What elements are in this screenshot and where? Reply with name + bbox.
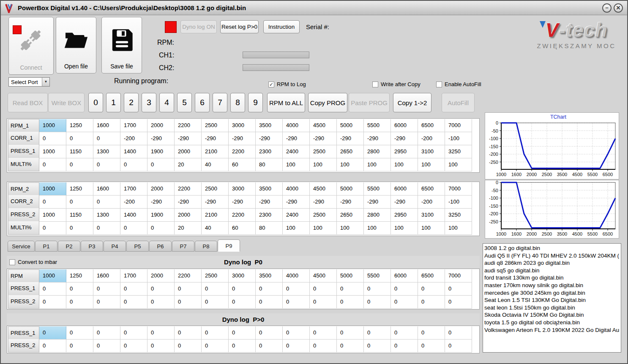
cell-PRESS_2-14[interactable]: 0 xyxy=(418,296,445,309)
file-list-item[interactable]: audi q8 286km 2023 go digital.bin xyxy=(484,259,621,267)
cell-PRESS_1-8[interactable]: 0 xyxy=(256,326,283,340)
cell-RPM_1-14[interactable]: 6500 xyxy=(418,119,445,132)
file-list-item[interactable]: Seat Leon 1.5 TSI 130KM Go Digital.bin xyxy=(484,296,621,304)
cell-PRESS_2-2[interactable]: 0 xyxy=(93,340,120,353)
cell-MULTI%-15[interactable]: 100 xyxy=(445,158,472,171)
cell-CORR_2-12[interactable]: -290 xyxy=(364,196,391,209)
cell-PRESS_2-11[interactable]: 0 xyxy=(337,340,364,353)
cell-RPM-13[interactable]: 6000 xyxy=(391,269,418,283)
cell-MULTI%-2[interactable]: 0 xyxy=(93,158,120,171)
cell-PRESS_1-5[interactable]: 0 xyxy=(175,326,202,340)
cell-PRESS_1-12[interactable]: 2800 xyxy=(364,145,391,158)
cell-MULTI%-7[interactable]: 60 xyxy=(229,158,256,171)
cell-PRESS_2-14[interactable]: 0 xyxy=(418,340,445,353)
cell-PRESS_2-5[interactable]: 0 xyxy=(175,340,202,353)
cell-PRESS_2-0[interactable]: 0 xyxy=(39,296,66,309)
dyno-log-on-button[interactable]: Dyno log ON xyxy=(180,20,217,33)
cell-CORR_1-13[interactable]: -290 xyxy=(391,132,418,145)
cell-MULTI%-7[interactable]: 60 xyxy=(229,222,256,235)
num-1-button[interactable]: 1 xyxy=(106,93,121,112)
cell-CORR_2-6[interactable]: -290 xyxy=(202,196,229,209)
num-0-button[interactable]: 0 xyxy=(88,93,103,112)
cell-CORR_2-2[interactable]: 0 xyxy=(93,196,120,209)
cell-PRESS_1-7[interactable]: 0 xyxy=(229,326,256,340)
cell-PRESS_1-8[interactable]: 2300 xyxy=(256,145,283,158)
cell-RPM_1-1[interactable]: 1250 xyxy=(66,119,93,132)
cell-PRESS_2-12[interactable]: 2800 xyxy=(364,209,391,222)
cell-RPM_2-3[interactable]: 1700 xyxy=(120,182,147,196)
cell-RPM_2-4[interactable]: 2000 xyxy=(147,182,175,196)
num-2-button[interactable]: 2 xyxy=(124,93,139,112)
cell-PRESS_1-1[interactable]: 0 xyxy=(66,326,93,340)
cell-PRESS_2-9[interactable]: 0 xyxy=(283,296,310,309)
cell-PRESS_2-1[interactable]: 0 xyxy=(66,340,93,353)
save-file-button[interactable]: Save file xyxy=(101,17,142,73)
cell-RPM-6[interactable]: 2500 xyxy=(202,269,229,283)
cell-PRESS_2-7[interactable]: 2200 xyxy=(229,209,256,222)
cell-PRESS_1-15[interactable]: 3250 xyxy=(445,145,472,158)
cell-PRESS_2-13[interactable]: 0 xyxy=(391,296,418,309)
cell-PRESS_2-13[interactable]: 2950 xyxy=(391,209,418,222)
num-4-button[interactable]: 4 xyxy=(159,93,174,112)
cell-RPM-0[interactable]: 1000 xyxy=(39,269,66,283)
cell-PRESS_1-2[interactable]: 1300 xyxy=(93,145,120,158)
cell-PRESS_2-3[interactable]: 0 xyxy=(120,296,147,309)
cell-RPM_2-2[interactable]: 1600 xyxy=(93,182,120,196)
cell-PRESS_1-7[interactable]: 2200 xyxy=(229,145,256,158)
cell-PRESS_2-3[interactable]: 1400 xyxy=(120,209,147,222)
cell-CORR_1-14[interactable]: -200 xyxy=(418,132,445,145)
copy-prog-button[interactable]: Copy PROG xyxy=(308,93,347,112)
cell-RPM_2-7[interactable]: 3000 xyxy=(229,182,256,196)
copy-1-to-2-button[interactable]: Copy 1->2 xyxy=(393,93,431,112)
cell-PRESS_1-14[interactable]: 0 xyxy=(418,283,445,296)
cell-CORR_2-1[interactable]: 0 xyxy=(66,196,93,209)
cell-RPM_1-5[interactable]: 2200 xyxy=(175,119,202,132)
cell-PRESS_2-6[interactable]: 2100 xyxy=(202,209,229,222)
cell-PRESS_1-9[interactable]: 0 xyxy=(283,326,310,340)
cell-MULTI%-0[interactable]: 0 xyxy=(39,222,66,235)
cell-PRESS_2-12[interactable]: 0 xyxy=(364,340,391,353)
cell-CORR_1-2[interactable]: 0 xyxy=(93,132,120,145)
cell-PRESS_1-2[interactable]: 0 xyxy=(93,283,120,296)
num-9-button[interactable]: 9 xyxy=(248,93,263,112)
cell-PRESS_1-6[interactable]: 2100 xyxy=(202,145,229,158)
cell-MULTI%-10[interactable]: 100 xyxy=(310,158,337,171)
tab-p9[interactable]: P9 xyxy=(218,239,240,252)
cell-RPM-15[interactable]: 7000 xyxy=(445,269,472,283)
file-list-item[interactable]: master 170km nowy silnik go digital.bin xyxy=(484,282,621,289)
file-list-item[interactable]: Skoda Octavia IV 150KM Go Digital.bin xyxy=(484,311,621,319)
cell-MULTI%-2[interactable]: 0 xyxy=(93,222,120,235)
cell-PRESS_1-3[interactable]: 0 xyxy=(120,326,147,340)
cell-MULTI%-11[interactable]: 100 xyxy=(337,222,364,235)
file-list-item[interactable]: Audi Q5 II (FY FL) 40 TDI MHEV 2.0 150kW… xyxy=(484,252,621,260)
cell-RPM_2-11[interactable]: 5000 xyxy=(337,182,364,196)
write-box-button[interactable]: Write BOX xyxy=(48,93,85,112)
tab-p8[interactable]: P8 xyxy=(195,241,217,252)
checkbox-check-icon[interactable]: ✓ xyxy=(268,81,274,87)
cell-PRESS_1-14[interactable]: 0 xyxy=(418,326,445,340)
cell-PRESS_1-11[interactable]: 2650 xyxy=(337,145,364,158)
cell-CORR_2-14[interactable]: -200 xyxy=(418,196,445,209)
cell-PRESS_1-12[interactable]: 0 xyxy=(364,283,391,296)
cell-RPM_2-8[interactable]: 3500 xyxy=(256,182,283,196)
cell-PRESS_2-15[interactable]: 0 xyxy=(445,296,472,309)
cell-CORR_2-15[interactable]: -100 xyxy=(445,196,472,209)
cell-CORR_1-15[interactable]: -100 xyxy=(445,132,472,145)
cell-CORR_2-9[interactable]: -290 xyxy=(283,196,310,209)
cell-PRESS_2-11[interactable]: 2650 xyxy=(337,209,364,222)
cell-RPM_1-6[interactable]: 2500 xyxy=(202,119,229,132)
cell-PRESS_1-11[interactable]: 0 xyxy=(337,326,364,340)
cell-RPM-4[interactable]: 2000 xyxy=(147,269,175,283)
cell-RPM_1-9[interactable]: 4000 xyxy=(283,119,310,132)
cell-RPM_2-6[interactable]: 2500 xyxy=(202,182,229,196)
cell-CORR_1-7[interactable]: -290 xyxy=(229,132,256,145)
num-6-button[interactable]: 6 xyxy=(195,93,210,112)
cell-CORR_2-11[interactable]: -290 xyxy=(337,196,364,209)
cell-CORR_2-8[interactable]: -290 xyxy=(256,196,283,209)
cell-RPM_2-13[interactable]: 6000 xyxy=(391,182,418,196)
cell-PRESS_2-8[interactable]: 0 xyxy=(256,296,283,309)
cell-PRESS_1-13[interactable]: 0 xyxy=(391,283,418,296)
file-list[interactable]: 3008 1.2 go digital.binAudi Q5 II (FY FL… xyxy=(483,243,621,353)
cell-PRESS_1-5[interactable]: 0 xyxy=(175,283,202,296)
tab-p7[interactable]: P7 xyxy=(172,241,194,252)
